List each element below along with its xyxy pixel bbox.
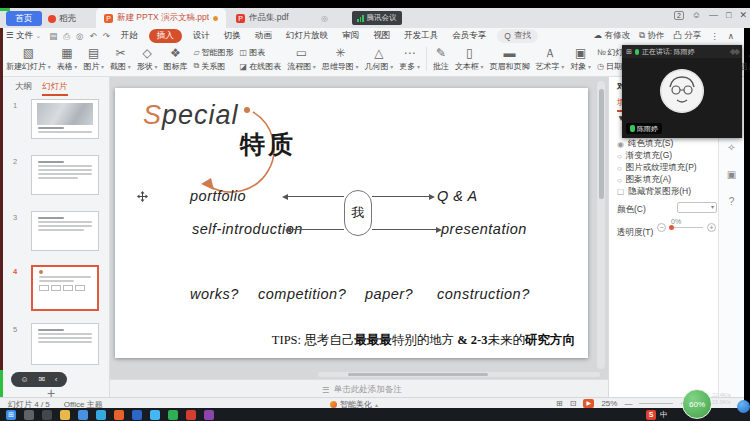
comment-button[interactable]: ✎批注 [433, 47, 449, 72]
menu-tab-insert[interactable]: 插入 [149, 29, 182, 43]
sogou-input-icon[interactable]: S [646, 410, 656, 420]
collapse-icon[interactable]: ‹ [55, 375, 58, 384]
new-slide-button[interactable]: ▧新建幻灯片 [6, 47, 51, 72]
option-hide-background[interactable]: ☐隐藏背景图形(H) [617, 186, 691, 198]
file-menu[interactable]: ☰ 文件 ⌄ [6, 30, 41, 42]
meeting-header[interactable]: ⊞ 正在讲话: 陈雨婷 ◆◆ [622, 45, 742, 58]
share-button[interactable]: 凸 分享 [673, 30, 701, 42]
slide-thumbnail-2[interactable]: 2 [3, 155, 110, 199]
pane-tool-icon[interactable]: ▣ [727, 169, 736, 180]
sync-status[interactable]: ☁ 有修改 [594, 30, 630, 42]
redo-icon[interactable]: ↷ [103, 31, 110, 42]
taskview-icon[interactable] [42, 410, 52, 420]
shapes-button[interactable]: ◇形状 [137, 47, 158, 72]
wechat-icon[interactable] [168, 410, 178, 420]
undo-icon[interactable]: ↶ [90, 31, 97, 42]
save-icon[interactable]: ▤ [49, 31, 57, 42]
connector-arrow-right-1[interactable] [372, 196, 430, 197]
tencent-meeting-window[interactable]: ⊞ 正在讲话: 陈雨婷 ◆◆ 陈雨婷 [622, 45, 742, 138]
textbox-button[interactable]: ▯文本框 [455, 47, 484, 72]
bottom-label-works[interactable]: works? [190, 286, 239, 302]
slide-thumbnail-1[interactable]: 1 [3, 99, 110, 143]
chart-button[interactable]: ◫图表 [240, 47, 282, 58]
tab-docer[interactable]: 稻壳 [48, 11, 76, 26]
relation-chart-button[interactable]: ⧉关系图 [193, 61, 233, 72]
bottom-label-construction[interactable]: construction? [437, 286, 530, 302]
minimize-icon[interactable]: — [709, 10, 718, 20]
menu-tab-review[interactable]: 审阅 [339, 29, 362, 43]
flowchart-button[interactable]: ▭流程图 [287, 47, 316, 72]
option-picture-fill[interactable]: ○图片或纹理填充(P) [617, 162, 697, 174]
menu-tab-design[interactable]: 设计 [190, 29, 213, 43]
wordart-button[interactable]: Ａ艺术字 [536, 47, 565, 72]
app-icon[interactable] [132, 410, 142, 420]
qq-icon[interactable] [150, 410, 160, 420]
contact-icon[interactable]: ☺ [21, 375, 29, 384]
online-chart-button[interactable]: ◪在线图表 [240, 61, 282, 72]
option-pattern-fill[interactable]: ○图案填充(A) [617, 174, 671, 186]
account-avatar[interactable]: ☺ [692, 10, 701, 20]
mindmap-button[interactable]: ✳思维导图 [322, 47, 359, 72]
slide-thumbnail-4-selected[interactable]: 4 [3, 265, 110, 315]
menu-tab-home[interactable]: 开始 [118, 29, 141, 43]
diagram-label-presentation[interactable]: presentation [441, 221, 527, 237]
tab-close-icon[interactable]: ◎ [321, 14, 328, 23]
app-icon[interactable] [204, 410, 214, 420]
scrollbar-thumb[interactable] [599, 89, 604, 199]
meeting-mini-bar[interactable]: 腾讯会议 [352, 11, 402, 25]
browser-icon[interactable] [78, 410, 88, 420]
editing-canvas[interactable]: Special 特质 portfolio 我 Q & A self-introd… [110, 77, 608, 397]
tray-assistant-icon[interactable] [737, 400, 750, 413]
more-button[interactable]: ⋯更多 [399, 47, 420, 72]
audio-button[interactable]: ♪音频 [741, 47, 750, 72]
collab-toolbar-pill[interactable]: ☺ ✉ ‹ [11, 372, 67, 387]
menu-tab-devtools[interactable]: 开发工具 [401, 29, 441, 43]
connector-arrow-left-2[interactable] [290, 229, 344, 230]
menu-tab-view[interactable]: 视图 [370, 29, 393, 43]
slide-thumbnail-5[interactable]: 5 [3, 323, 110, 369]
language-indicator[interactable]: 中 [660, 410, 668, 420]
beautify-tool-icon[interactable]: ✧ [727, 142, 735, 153]
app-icon[interactable] [186, 410, 196, 420]
notes-bar[interactable]: ☰ 单击此处添加备注 [110, 379, 608, 397]
transparency-slider[interactable] [669, 227, 703, 228]
scrollbar-thumb[interactable] [348, 373, 488, 376]
collaborate-button[interactable]: ⧉ 协作 [639, 30, 664, 42]
smartart-button[interactable]: ▱智能图形 [193, 47, 233, 58]
slide-thumbnail-3[interactable]: 3 [3, 211, 110, 255]
play-slideshow-button[interactable]: ▶ [583, 399, 594, 408]
color-dropdown[interactable] [677, 202, 717, 213]
image-button[interactable]: ▤图片 [83, 47, 104, 72]
bottom-label-paper[interactable]: paper? [365, 286, 413, 302]
workspace-badge[interactable]: 2 [674, 11, 684, 20]
horizontal-scrollbar[interactable] [318, 372, 600, 377]
help-tool-icon[interactable]: ? [729, 196, 735, 207]
connector-arrow-left-1[interactable] [287, 196, 344, 197]
wps-icon[interactable] [114, 410, 124, 420]
maximize-icon[interactable]: □ [726, 10, 731, 20]
option-gradient-fill[interactable]: ○渐变填充(G) [617, 150, 672, 162]
collapse-ribbon-icon[interactable]: ∧ [728, 31, 734, 41]
transparency-minus-button[interactable]: − [657, 223, 666, 232]
tab-document-pptx[interactable]: P 新建 PPTX 演示文稿.pptx [96, 8, 226, 28]
transparency-plus-button[interactable]: + [707, 223, 716, 232]
object-button[interactable]: ▣对象 [570, 47, 591, 72]
tab-document-pdf[interactable]: P 作品集.pdf ◎ [228, 8, 336, 28]
more-icon[interactable]: ⋮ [710, 31, 719, 41]
slide-4[interactable]: Special 特质 portfolio 我 Q & A self-introd… [115, 88, 588, 358]
explorer-icon[interactable] [60, 410, 70, 420]
menu-tab-transition[interactable]: 切换 [221, 29, 244, 43]
icon-library-button[interactable]: ❖图标库 [163, 47, 187, 72]
normal-view-icon[interactable]: ⊞ [556, 399, 563, 408]
diagram-label-qa[interactable]: Q & A [437, 188, 478, 204]
menu-tab-animation[interactable]: 动画 [252, 29, 275, 43]
slide-title-cn[interactable]: 特质 [240, 128, 296, 161]
menu-tab-member[interactable]: 会员专享 [449, 29, 489, 43]
diagram-label-portfolio[interactable]: portfolio [190, 188, 246, 204]
preview-icon[interactable]: ◎ [76, 31, 83, 42]
geometry-button[interactable]: △几何图 [365, 47, 394, 72]
screenshot-button[interactable]: ✂截图 [110, 47, 131, 72]
vertical-scrollbar[interactable] [597, 81, 605, 369]
zoom-out-icon[interactable]: — [624, 399, 632, 408]
app-icon[interactable] [96, 410, 106, 420]
